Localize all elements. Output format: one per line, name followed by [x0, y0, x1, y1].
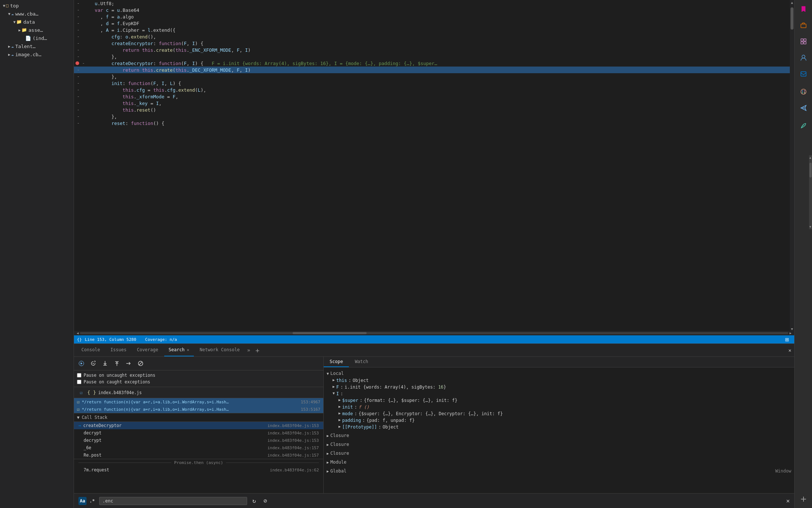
horizontal-scrollbar[interactable]: ◀ ▶ [74, 331, 794, 335]
outlook-icon-btn[interactable] [798, 68, 809, 80]
scroll-down-arrow[interactable]: ▼ [791, 327, 794, 330]
code-content-10: createDecryptor: function(F, I) { F = i.… [84, 61, 437, 66]
scope-closure3-header[interactable]: Closure [327, 450, 791, 457]
scope-item-proto[interactable]: ▶ [[Prototype]] : Object [327, 424, 791, 430]
code-scroll[interactable]: - u.Utf8; - var c = u.Base64 - , f = [74, 0, 790, 331]
scope-item-super[interactable]: ▶ $super : {format: {…}, $super: {…}, in… [327, 397, 791, 404]
search-input[interactable] [99, 497, 247, 505]
scope-tab-scope[interactable]: Scope [324, 357, 349, 367]
color-icon-btn[interactable] [798, 86, 809, 98]
tab-console[interactable]: Console [77, 344, 105, 356]
code-content-13: init: function(F, I, L) { [84, 81, 181, 86]
add-icon-btn[interactable] [798, 493, 809, 505]
call-stack-item-3[interactable]: _6e index.b483f04e.js:157 [74, 444, 323, 451]
editor-screenshot-btn[interactable]: ⊞ [783, 336, 791, 343]
debug-play-btn[interactable] [77, 359, 86, 368]
scope-local-header[interactable]: Local [327, 370, 791, 377]
scope-item-mode[interactable]: ▶ mode : {$super: {…}, Encryptor: {…}, D… [327, 410, 791, 417]
svg-rect-12 [804, 39, 806, 41]
h-scrollbar-thumb [293, 332, 367, 334]
script-line-1[interactable]: ☑ */return function(n){var a=r,i=a.lib,o… [74, 398, 323, 406]
search-options: Aa .* [78, 497, 96, 505]
scope-item-padding[interactable]: ▶ padding : {pad: f, unpad: f} [327, 417, 791, 424]
call-stack-item-2[interactable]: decrypt index.b483f04e.js:153 [74, 437, 323, 444]
scope-closure3-arrow [327, 451, 329, 455]
scope-item-this[interactable]: ▶ this : Object [327, 377, 791, 384]
pause-caught-option[interactable]: Pause on caught exceptions [77, 379, 320, 385]
tree-item-top[interactable]: ▼ □ top [0, 1, 74, 10]
tree-item-talent[interactable]: ▶ ☁ Talent… [0, 42, 74, 50]
tree-item-assets[interactable]: ▶ 📁 asse… [0, 26, 74, 34]
puzzle-icon-btn[interactable] [798, 35, 809, 47]
scope-module-header[interactable]: Module [327, 458, 791, 466]
script-lines-section: ☑ */return function(n){var a=r,i=a.lib,o… [74, 398, 323, 413]
tree-item-data[interactable]: ▼ 📁 data [0, 18, 74, 26]
bottom-panel-close-btn[interactable]: ✕ [788, 348, 791, 353]
script-checkbox-icon: ☑ [80, 390, 87, 395]
debug-step-into-btn[interactable] [101, 359, 109, 368]
send-icon-btn[interactable] [798, 102, 809, 114]
scope-section-local: Local ▶ this : Object ▶ F [324, 369, 794, 431]
scope-f-sep: : [340, 385, 343, 390]
briefcase-icon-btn[interactable] [798, 19, 809, 31]
tab-add-btn[interactable]: + [253, 346, 262, 354]
search-refresh-btn[interactable]: ↻ [250, 497, 258, 505]
tab-more-btn[interactable]: » [247, 347, 250, 353]
scope-closure2-header[interactable]: Closure [327, 441, 791, 448]
scope-tab-watch[interactable]: Watch [349, 357, 374, 367]
scope-global-header[interactable]: Global Window [327, 467, 791, 475]
svg-rect-10 [801, 24, 806, 28]
scroll-up-arrow[interactable]: ▲ [791, 1, 794, 4]
editor-wrapper: - u.Utf8; - var c = u.Base64 - , f = [74, 0, 794, 343]
scroll-right-arrow[interactable]: ▶ [788, 332, 793, 335]
debug-step-over-btn[interactable] [89, 359, 98, 368]
file-tree: ▼ □ top ▼ ☁ www.cba… ▼ 📁 data ▶ 📁 asse… … [0, 0, 74, 60]
scope-closure1-header[interactable]: Closure [327, 432, 791, 439]
pause-caught-checkbox[interactable] [77, 380, 81, 384]
debug-deactivate-btn[interactable] [136, 359, 145, 368]
pause-uncaught-option[interactable]: Pause on uncaught exceptions [77, 373, 320, 378]
search-close-btn[interactable]: ✕ [786, 497, 790, 504]
diff-marker-5: - [77, 27, 82, 33]
call-stack-item-6[interactable]: 7m.request index.b483f04e.js:62 [74, 466, 323, 474]
bookmark-icon-btn[interactable] [798, 3, 809, 15]
debug-step-out-btn[interactable] [112, 359, 121, 368]
call-stack-item-4[interactable]: Re.post index.b483f04e.js:157 [74, 451, 323, 459]
leaf-icon-btn[interactable] [798, 120, 809, 132]
debug-step-btn[interactable] [124, 359, 133, 368]
call-stack-list[interactable]: → createDecryptor index.b483f04e.js:153 … [74, 422, 323, 493]
diff-marker-19: - [77, 121, 82, 126]
scope-item-init[interactable]: ▶ init : f () [327, 404, 791, 410]
person-icon-btn[interactable] [798, 52, 809, 64]
pause-uncaught-checkbox[interactable] [77, 373, 81, 377]
tree-item-ind[interactable]: 📄 (ind… [0, 34, 74, 42]
call-stack-header[interactable]: ▼ Call Stack [74, 413, 323, 422]
svg-rect-13 [801, 42, 803, 44]
tab-network-console[interactable]: Network Console [195, 344, 244, 356]
scope-item-i[interactable]: ▼ I : [327, 390, 791, 397]
script-line2-check: ☑ [77, 407, 80, 412]
scope-content[interactable]: Local ▶ this : Object ▶ F [324, 368, 794, 493]
svg-marker-1 [81, 362, 82, 365]
tab-coverage[interactable]: Coverage [132, 344, 163, 356]
scope-f-val: i.init {words: Array(4), sigBytes: 16} [345, 385, 447, 390]
vertical-scrollbar[interactable]: ▲ ▼ [790, 0, 794, 331]
diff-marker-18: - [77, 114, 82, 119]
search-cancel-btn[interactable]: ⊘ [261, 497, 269, 505]
call-stack-item-0[interactable]: → createDecryptor index.b483f04e.js:153 [74, 422, 323, 429]
tree-item-image[interactable]: ▶ ☁ image.cb… [0, 50, 74, 58]
scope-item-f[interactable]: ▶ F : i.init {words: Array(4), sigBytes:… [327, 384, 791, 390]
regex-btn[interactable]: .* [88, 497, 96, 505]
tab-issues[interactable]: Issues [106, 344, 131, 356]
code-content-17: this.reset() [84, 107, 156, 113]
tab-search[interactable]: Search ✕ [164, 344, 194, 356]
case-sensitive-btn[interactable]: Aa [78, 497, 87, 505]
tree-item-www[interactable]: ▼ ☁ www.cba… [0, 10, 74, 18]
scope-padding-sep: : [363, 418, 365, 423]
call-stack-item-1[interactable]: decrypt index.b483f04e.js:153 [74, 429, 323, 437]
scope-module-label: Module [330, 460, 346, 465]
scope-init-name: init [342, 404, 353, 410]
script-line-2[interactable]: ☑ */return function(n){var a=r,i=a.lib,o… [74, 406, 323, 413]
tab-search-close[interactable]: ✕ [187, 348, 189, 352]
scroll-left-arrow[interactable]: ◀ [75, 332, 80, 335]
